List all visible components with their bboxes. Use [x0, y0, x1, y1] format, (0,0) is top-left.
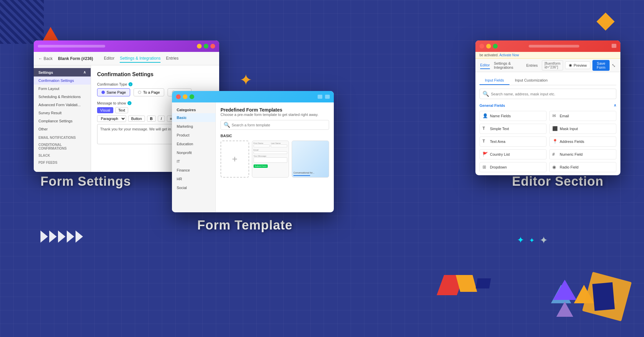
field-dropdown[interactable]: ⊞ Dropdown	[479, 162, 547, 172]
field-radio[interactable]: ◉ Radio Field	[549, 162, 616, 172]
address-icon: 📍	[552, 139, 558, 144]
win-maximize[interactable]	[204, 44, 208, 49]
template-card-basic[interactable]: First Name Last Name Email Your Message	[252, 141, 289, 178]
titlebar-progress	[38, 45, 105, 48]
cat-hr[interactable]: HR	[172, 175, 215, 183]
tab-text[interactable]: Text	[115, 107, 128, 113]
template-win-min[interactable]	[183, 94, 187, 99]
template-categories-sidebar: Categoires Basic Marketing Product Educa…	[172, 102, 216, 212]
conv-label: Conversational for...	[293, 172, 314, 176]
expand-icon[interactable]: ⤡	[612, 63, 616, 68]
sidebar-item-scheduling[interactable]: Scheduling & Restrictions	[34, 93, 91, 101]
editor-nav: Editor Settings & Integrations Entries […	[475, 59, 620, 72]
deco-star-center: ✦	[239, 71, 253, 89]
search-icon: 🔍	[224, 122, 230, 128]
editor-win-max[interactable]	[493, 44, 498, 49]
italic-btn[interactable]: I	[158, 116, 165, 122]
editor-expand[interactable]	[612, 44, 616, 48]
activate-now-link[interactable]: Activate Now	[499, 53, 519, 57]
template-search-box[interactable]: 🔍	[221, 120, 329, 130]
cat-basic[interactable]: Basic	[172, 113, 215, 122]
field-numeric[interactable]: # Numeric Field	[549, 149, 616, 159]
field-country-list[interactable]: 🚩 Country List	[479, 149, 547, 159]
form-settings-nav: ← Back Blank Form (#236) Editor Settings…	[34, 52, 219, 65]
cat-finance[interactable]: Finance	[172, 166, 215, 175]
nav-tab-editor[interactable]: Editor	[104, 55, 114, 63]
editor-win-controls	[479, 44, 498, 49]
fields-search-box[interactable]: 🔍	[479, 89, 616, 99]
radio-icon: ◉	[552, 164, 558, 170]
template-win-close-btn[interactable]	[325, 95, 330, 99]
sidebar-group-email: Email Notifications	[34, 133, 91, 140]
preview-submit-btn: Submit Form	[254, 164, 268, 168]
radio-to-page[interactable]: To a Page	[134, 88, 164, 96]
editor-win-right-controls	[610, 44, 616, 49]
radio-same-page[interactable]: Same Page	[97, 88, 130, 96]
template-card-add-new[interactable]: +	[221, 141, 249, 178]
template-win-max[interactable]	[189, 94, 194, 99]
deco-triangles-bottom-right	[551, 285, 617, 303]
template-card-conv[interactable]: Conversational for...	[292, 141, 329, 178]
sidebar-group-pdf: PDF Feeds	[34, 158, 91, 165]
field-name-fields[interactable]: 👤 Name Fields	[479, 111, 547, 121]
editor-main: Input Fields Input Customization 🔍 Gener…	[475, 72, 620, 175]
field-email[interactable]: ✉ Email	[549, 111, 616, 121]
cat-marketing[interactable]: Marketing	[172, 122, 215, 131]
template-cards-grid: + First Name Last Name	[221, 141, 329, 178]
titlebar-form-settings	[34, 40, 219, 52]
field-simple-text[interactable]: T Simple Text	[479, 124, 547, 134]
editor-tab-settings[interactable]: Settings & Integrations	[494, 60, 522, 71]
editor-tab-editor[interactable]: Editor	[480, 62, 490, 69]
cat-product[interactable]: Product	[172, 131, 215, 140]
sidebar-item-form-layout[interactable]: Form Layout	[34, 85, 91, 93]
titlebar-editor	[475, 40, 620, 52]
editor-section-window: be activated. Activate Now Editor Settin…	[475, 40, 620, 175]
tab-visual[interactable]: Visual	[97, 107, 113, 113]
categories-title: Categoires	[172, 105, 215, 113]
editor-section-label: Editor Section	[512, 174, 604, 189]
nav-tab-settings[interactable]: Settings & Integrations	[120, 55, 160, 63]
sidebar-item-advanced-validation[interactable]: Advanced Form Validati...	[34, 101, 91, 109]
field-address[interactable]: 📍 Address Fields	[549, 136, 616, 147]
cat-education[interactable]: Education	[172, 140, 215, 148]
panel-tab-customization[interactable]: Input Customization	[509, 76, 553, 85]
fields-search-input[interactable]	[491, 92, 613, 96]
cat-nonprofit[interactable]: Nonprofit	[172, 148, 215, 157]
save-form-btn[interactable]: Save Form	[592, 60, 610, 71]
template-section-basic: BASIC	[221, 134, 329, 138]
editor-tab-entries[interactable]: Entries	[526, 62, 538, 69]
deco-dark-rect	[592, 282, 615, 311]
general-fields-title: General Fields ∧	[479, 103, 616, 108]
template-win-minimize-btn[interactable]	[318, 95, 322, 99]
preview-form: First Name Last Name Email Your Message	[254, 142, 288, 168]
paragraph-select[interactable]: Paragraph	[97, 115, 126, 122]
field-text-area[interactable]: T Text Area	[479, 136, 547, 147]
editor-notify-bar: be activated. Activate Now	[475, 52, 620, 59]
nav-title: Blank Form (#236)	[58, 56, 93, 61]
cat-it[interactable]: IT	[172, 157, 215, 166]
template-body: Categoires Basic Marketing Product Educa…	[172, 102, 334, 212]
sidebar-item-other[interactable]: Other	[34, 125, 91, 133]
cat-social[interactable]: Social	[172, 183, 215, 192]
nav-tab-entries[interactable]: Entries	[166, 55, 178, 63]
editor-win-min[interactable]	[486, 44, 491, 49]
sidebar-item-confirmation[interactable]: Confirmation Settings	[34, 76, 91, 85]
collapse-icon[interactable]: ∧	[614, 103, 616, 108]
form-settings-label: Form Settings	[40, 174, 131, 189]
editor-win-close[interactable]	[479, 44, 484, 49]
panel-tab-input-fields[interactable]: Input Fields	[479, 76, 509, 85]
preview-btn[interactable]: ◉ Preview	[565, 61, 590, 69]
bold-btn[interactable]: B	[147, 116, 156, 122]
nav-back-btn[interactable]: ← Back	[38, 56, 53, 61]
panel-tabs: Input Fields Input Customization	[479, 76, 616, 85]
template-search-input[interactable]	[232, 123, 326, 127]
sidebar-item-compliance[interactable]: Compliance Settings	[34, 117, 91, 125]
field-mask-input[interactable]: ⬛ Mask Input	[549, 124, 616, 134]
win-minimize[interactable]	[197, 44, 202, 49]
settings-sidebar: Settings ∧ Confirmation Settings Form La…	[34, 65, 91, 172]
deco-stars-right: ✦ ✦ ✦	[517, 234, 548, 246]
button-toolbar-btn[interactable]: Button	[128, 116, 145, 122]
sidebar-item-survey[interactable]: Survey Result	[34, 109, 91, 117]
win-close[interactable]	[210, 44, 215, 49]
template-win-close[interactable]	[176, 94, 181, 99]
